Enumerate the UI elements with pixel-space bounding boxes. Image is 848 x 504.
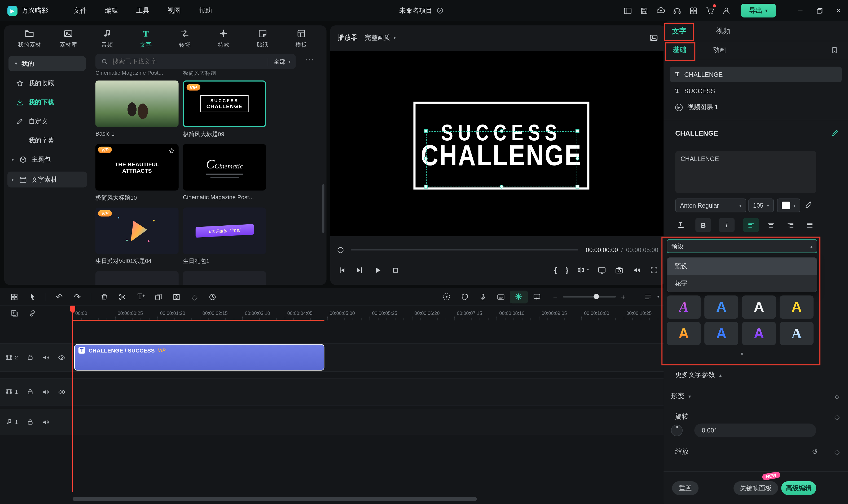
media-tab-text[interactable]: T文字 — [127, 29, 165, 49]
sidebar-item-text-assets[interactable]: ▸ 文字素材 — [7, 172, 87, 187]
window-minimize-button[interactable]: ─ — [791, 0, 810, 21]
track-lane-video2[interactable]: T CHALLENGE / SUCCESS VIP — [73, 343, 667, 372]
menu-help[interactable]: 帮助 — [199, 6, 212, 15]
preset-tile[interactable]: A — [742, 295, 776, 319]
menu-edit[interactable]: 编辑 — [105, 6, 118, 15]
preset-tile[interactable]: A — [780, 295, 814, 319]
resize-handle-sw[interactable] — [424, 185, 428, 188]
add-track-icon[interactable] — [6, 309, 22, 318]
preset-collapse-button[interactable]: ▴ — [667, 349, 817, 357]
preset-option-preset[interactable]: 预设 — [667, 258, 817, 275]
split-button[interactable]: ▾ — [577, 266, 589, 274]
media-tab-stickers[interactable]: 贴纸 — [244, 29, 281, 49]
cloud-upload-icon[interactable] — [652, 6, 669, 15]
transform-section-row[interactable]: 形变 ▾ ◇ — [671, 392, 840, 401]
align-justify-button[interactable] — [801, 218, 817, 232]
media-item-title09[interactable]: VIP SUCCESS CHALLENGE — [183, 80, 266, 127]
apps-grid-icon[interactable] — [685, 6, 702, 15]
preview-image-icon[interactable] — [649, 33, 658, 42]
font-size-dropdown[interactable]: 105▾ — [748, 199, 774, 212]
volume-icon[interactable] — [632, 265, 641, 274]
preset-tile[interactable]: A — [704, 322, 738, 345]
track-visibility-icon[interactable] — [54, 353, 70, 361]
bold-button[interactable]: B — [695, 218, 711, 232]
subtab-basic[interactable]: 基础 — [673, 46, 686, 55]
media-item-basic1[interactable] — [96, 80, 179, 127]
more-text-params-toggle[interactable]: 更多文字参数 ▴ — [675, 371, 722, 379]
subtab-animation[interactable]: 动画 — [713, 46, 726, 55]
media-tab-audio[interactable]: 音频 — [88, 29, 126, 49]
resize-handle-w[interactable] — [424, 157, 428, 161]
advanced-edit-button[interactable]: 高级编辑 — [781, 481, 816, 495]
transform-keyframe-icon[interactable]: ◇ — [835, 393, 840, 400]
snapshot-camera-icon[interactable] — [615, 265, 624, 274]
redo-icon[interactable]: ↷ — [68, 292, 86, 301]
mark-out-icon[interactable]: } — [566, 266, 568, 274]
media-item-partial[interactable] — [183, 271, 266, 285]
export-button[interactable]: 导出 ▾ — [741, 4, 776, 17]
eyedropper-icon[interactable] — [804, 201, 813, 209]
playhead-line[interactable] — [72, 307, 73, 492]
scale-reset-icon[interactable]: ↺ — [812, 448, 818, 456]
menu-tools[interactable]: 工具 — [136, 6, 150, 15]
quality-dropdown[interactable]: 完整画质▾ — [365, 33, 396, 42]
zoom-slider[interactable] — [563, 296, 616, 298]
keyframe-diamond-icon[interactable]: ◇ — [186, 292, 204, 301]
store-cart-icon[interactable] — [702, 6, 718, 15]
play-button[interactable] — [373, 265, 383, 275]
media-tab-effects[interactable]: 特效 — [205, 29, 243, 49]
support-headset-icon[interactable] — [669, 6, 685, 15]
track-manager-icon[interactable] — [639, 292, 657, 301]
media-tab-templates[interactable]: 模板 — [282, 29, 320, 49]
text-content-field[interactable]: CHALLENGE — [675, 151, 816, 193]
chevron-down-icon[interactable]: ▾ — [657, 294, 659, 299]
export-dropdown-icon[interactable]: ▾ — [765, 8, 768, 13]
media-tab-my-assets[interactable]: 我的素材 — [11, 29, 48, 49]
track-visibility-icon[interactable] — [54, 388, 70, 396]
track-mute-icon[interactable] — [38, 388, 54, 396]
media-item-cinematic[interactable]: CCinematic — [183, 144, 266, 191]
fullscreen-icon[interactable] — [650, 266, 658, 274]
rotate-keyframe-icon[interactable]: ◇ — [835, 413, 840, 420]
display-mode-icon[interactable] — [597, 265, 606, 274]
zoom-out-icon[interactable]: − — [553, 292, 557, 301]
menu-view[interactable]: 视图 — [168, 6, 181, 15]
media-item-birthday-title[interactable]: VIP — [96, 208, 179, 254]
resize-handle-nw[interactable] — [424, 129, 428, 133]
rotate-knob[interactable] — [671, 425, 682, 436]
copy-icon[interactable] — [150, 292, 168, 301]
media-scrollbar[interactable] — [322, 184, 325, 233]
video-viewport[interactable]: SUCCESS CHALLENGE — [330, 51, 666, 236]
media-item-gift[interactable]: It's Party Time! — [183, 208, 266, 254]
delete-icon[interactable] — [96, 292, 114, 301]
track-lock-icon[interactable] — [22, 418, 38, 426]
track-lock-icon[interactable] — [22, 354, 38, 361]
track-lock-icon[interactable] — [22, 388, 38, 395]
preset-tile[interactable]: A — [667, 295, 700, 319]
ai-write-icon[interactable] — [831, 129, 840, 137]
sidebar-item-downloads[interactable]: 我的下载 — [4, 94, 90, 110]
scrubber-track[interactable] — [351, 250, 578, 251]
search-input[interactable] — [113, 58, 263, 65]
export-frame-icon[interactable] — [528, 292, 546, 301]
keyframe-panel-button[interactable]: 关键帧面板 — [733, 481, 778, 495]
track-lane-audio1[interactable] — [73, 409, 667, 435]
account-icon[interactable] — [718, 6, 734, 15]
align-center-button[interactable] — [763, 218, 779, 232]
select-tool-icon[interactable] — [23, 293, 41, 301]
link-clips-icon[interactable] — [24, 309, 40, 318]
preset-option-fancy[interactable]: 花字 — [667, 275, 817, 292]
layer-row-success[interactable]: T SUCCESS — [670, 83, 842, 98]
italic-button[interactable]: I — [719, 218, 734, 232]
resize-handle-ne[interactable] — [575, 129, 579, 133]
resize-handle-n[interactable] — [499, 129, 503, 133]
layout-icon[interactable] — [620, 6, 636, 15]
undo-icon[interactable]: ↶ — [50, 292, 68, 301]
split-scissors-icon[interactable] — [114, 292, 132, 301]
mark-in-icon[interactable]: { — [554, 266, 557, 274]
tab-video[interactable]: 视频 — [716, 26, 730, 36]
timeline-ruler[interactable]: 00:00 00:00:00:25 00:00:01:20 00:00:02:1… — [0, 307, 667, 321]
zoom-slider-knob[interactable] — [593, 294, 599, 299]
sidebar-item-favorites[interactable]: 我的收藏 — [4, 75, 90, 91]
record-mic-icon[interactable] — [474, 292, 492, 301]
